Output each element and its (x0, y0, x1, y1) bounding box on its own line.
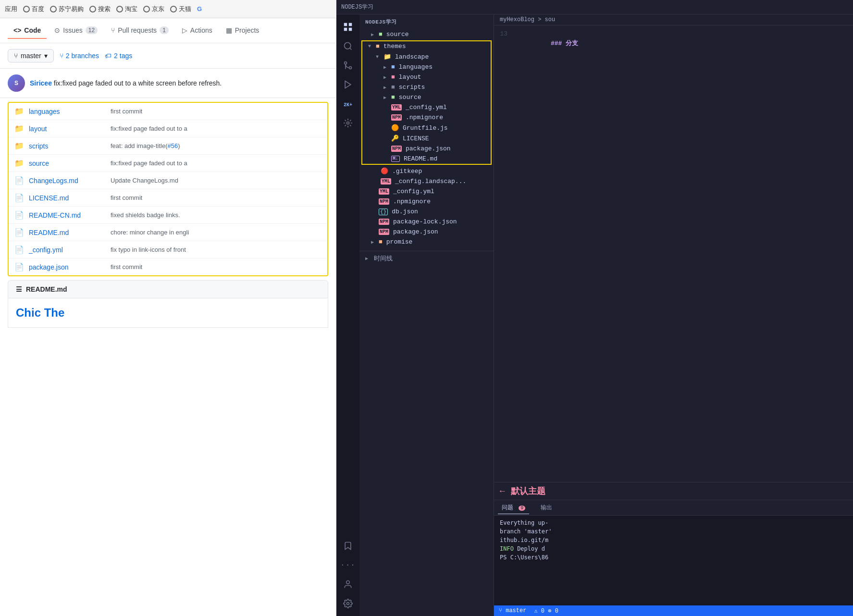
activity-explorer[interactable] (339, 18, 357, 36)
sidebar-item-languages[interactable]: ▶ ■ languages (362, 62, 491, 72)
sidebar-item-package-landscape[interactable]: ▶ NPM package.json (362, 144, 491, 154)
sidebar-item-source-landscape[interactable]: ▶ ■ source (362, 92, 491, 102)
browser-link-jd[interactable]: 京东 (143, 5, 164, 13)
code-content[interactable]: ### 分支 (513, 29, 853, 478)
browser-link-suning[interactable]: 苏宁易购 (50, 5, 84, 13)
sidebar-item-root-config[interactable]: ▶ YML _config.yml (359, 186, 494, 197)
file-name[interactable]: ChangeLogs.md (29, 177, 106, 185)
file-row[interactable]: 📄 README.md chore: minor change in engli (9, 224, 327, 241)
tab-issues[interactable]: ⊙ Issues 12 (49, 23, 103, 39)
sidebar-label-layout: layout (399, 74, 421, 81)
issue-link[interactable]: #56 (168, 142, 178, 149)
vscode-editor[interactable]: 13 ### 分支 (494, 25, 853, 482)
activity-extensions[interactable]: 2K+ (339, 95, 357, 112)
folder-icon-languages: ■ (391, 63, 395, 71)
file-name[interactable]: scripts (29, 142, 106, 150)
tab-code[interactable]: <> Code (8, 23, 47, 39)
activity-more[interactable]: ··· (339, 556, 357, 574)
terminal-content[interactable]: Everything up- branch 'master' ithub.io.… (494, 516, 853, 605)
file-row[interactable]: 📁 scripts feat: add image-title(#56) (9, 137, 327, 155)
terminal-info: INFO (500, 545, 514, 552)
sidebar-item-root-npmignore[interactable]: ▶ NPM .npmignore (359, 197, 494, 207)
activity-settings[interactable] (339, 595, 357, 612)
file-row[interactable]: 📁 languages first commit (9, 103, 327, 120)
file-row[interactable]: 📄 README-CN.md fixed shields badge links… (9, 207, 327, 224)
sidebar-item-source[interactable]: ▶ ■ source (359, 29, 494, 39)
file-row[interactable]: 📄 ChangeLogs.md Update ChangeLogs.md (9, 172, 327, 189)
branches-link[interactable]: ⑂ 2 branches (60, 52, 99, 60)
sidebar-item-config-landscape[interactable]: ▶ YML _config.landscap... (359, 176, 494, 186)
output-label: 输出 (541, 505, 552, 511)
file-row[interactable]: 📁 source fix:fixed page faded out to a (9, 155, 327, 172)
browser-link-baidu[interactable]: 百度 (23, 5, 44, 13)
sidebar-item-npmignore[interactable]: ▶ NPM .npmignore (362, 112, 491, 123)
file-icon-license: 🔑 (391, 135, 399, 142)
sidebar-header: NODEJS学习 (359, 14, 494, 29)
terminal-line: Everything up- (500, 518, 847, 527)
file-row[interactable]: 📄 package.json first commit (9, 259, 327, 275)
file-name[interactable]: layout (29, 125, 106, 133)
branch-selector[interactable]: ⑂ master ▾ (8, 49, 54, 62)
readme-label: README.md (26, 285, 67, 293)
file-row[interactable]: 📁 layout fix:fixed page faded out to a (9, 120, 327, 137)
activity-search[interactable] (339, 37, 357, 55)
sidebar-item-themes[interactable]: ▼ ■ themes (362, 41, 491, 51)
activity-account[interactable] (339, 576, 357, 593)
file-row[interactable]: 📄 LICENSE.md first commit (9, 189, 327, 207)
activity-debug[interactable] (339, 114, 357, 132)
sidebar-item-readme-landscape[interactable]: ▶ M↓ README.md (362, 154, 491, 164)
sidebar-item-layout[interactable]: ▶ ■ layout (362, 72, 491, 82)
commit-author[interactable]: Siricee (30, 79, 52, 87)
sidebar-label-config-yml: _config.yml (406, 104, 447, 111)
folder-icon-promise: ■ (379, 238, 383, 246)
tab-pull-requests[interactable]: ⑂ Pull requests 1 (105, 23, 174, 39)
sidebar-item-package-lock[interactable]: ▶ NPM package-lock.json (359, 217, 494, 227)
tab-projects[interactable]: ▦ Projects (220, 23, 265, 39)
sidebar-item-db-json[interactable]: ▶ {} db.json (359, 207, 494, 217)
file-commit-msg: Update ChangeLogs.md (111, 177, 178, 184)
sidebar-item-license[interactable]: ▶ 🔑 LICENSE (362, 133, 491, 144)
sidebar-item-scripts[interactable]: ▶ ■ scripts (362, 82, 491, 92)
file-commit-msg: fix typo in link-icons of front (111, 246, 186, 253)
sidebar-item-gitkeep[interactable]: ▶ 🔴 .gitkeep (359, 166, 494, 176)
issues-badge: 12 (86, 26, 98, 34)
sidebar-item-timeline[interactable]: ▶ 时间线 (359, 251, 494, 266)
sidebar-item-promise[interactable]: ▶ ■ promise (359, 237, 494, 247)
folder-icon-scripts: ■ (391, 84, 395, 91)
terminal-tab-problems[interactable]: 问题 9 (498, 502, 529, 514)
activity-run-debug[interactable] (339, 76, 357, 93)
statusbar-errors: ⚠ 0 ⊗ 0 (534, 607, 558, 615)
browser-link-apps[interactable]: 应用 (5, 5, 17, 13)
browser-link-tianmao[interactable]: 天猫 (170, 5, 191, 13)
browser-link-search[interactable]: 搜索 (89, 5, 111, 13)
pr-icon: ⑂ (111, 26, 115, 34)
sidebar-item-landscape[interactable]: ▼ 📁 landscape (362, 51, 491, 62)
file-name[interactable]: _config.yml (29, 246, 106, 254)
file-row[interactable]: 📄 _config.yml fix typo in link-icons of … (9, 241, 327, 259)
file-name[interactable]: source (29, 160, 106, 167)
terminal-tab-output[interactable]: 输出 (537, 502, 556, 514)
activity-source-control[interactable] (339, 57, 357, 74)
file-name[interactable]: README.md (29, 229, 106, 236)
file-doc-icon: 📄 (14, 245, 24, 254)
branch-fork-icon: ⑂ (60, 52, 63, 60)
file-name[interactable]: README-CN.md (29, 211, 106, 219)
file-name[interactable]: LICENSE.md (29, 194, 106, 202)
tags-link[interactable]: 🏷 2 tags (105, 52, 132, 60)
browser-link-taobao[interactable]: 淘宝 (116, 5, 137, 13)
folder-icon-source: ■ (379, 31, 383, 38)
sidebar-item-config-yml[interactable]: ▶ YML _config.yml (362, 102, 491, 112)
projects-icon: ▦ (226, 26, 232, 34)
file-name[interactable]: languages (29, 108, 106, 115)
activity-bookmarks[interactable] (339, 537, 357, 554)
svg-point-5 (347, 122, 349, 124)
sidebar-label-themes: themes (383, 43, 406, 50)
file-name[interactable]: package.json (29, 263, 106, 271)
tab-actions[interactable]: ▷ Actions (176, 23, 218, 39)
sidebar-label-promise: promise (386, 238, 413, 246)
sidebar-item-gruntfile[interactable]: ▶ 🟠 Gruntfile.js (362, 123, 491, 133)
globe-icon-jd (143, 6, 150, 12)
chevron-down-icon: ▼ (376, 54, 382, 60)
vscode-sidebar: NODEJS学习 ▶ ■ source ▼ ■ themes ▼ 📁 (359, 14, 494, 616)
sidebar-item-root-package[interactable]: ▶ NPM package.json (359, 227, 494, 237)
